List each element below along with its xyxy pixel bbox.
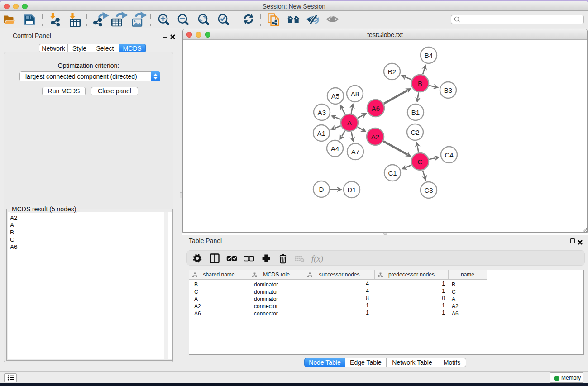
svg-text:C3: C3	[424, 186, 433, 194]
svg-text:A8: A8	[351, 90, 359, 98]
svg-text:B1: B1	[411, 109, 420, 116]
svg-text:D: D	[319, 186, 324, 193]
svg-text:B3: B3	[444, 86, 452, 94]
svg-text:B2: B2	[388, 68, 396, 76]
svg-text:A4: A4	[331, 145, 339, 152]
svg-text:A6: A6	[372, 105, 380, 112]
svg-text:C1: C1	[388, 169, 397, 177]
svg-text:C4: C4	[445, 151, 453, 159]
svg-text:f(x): f(x)	[311, 254, 323, 264]
svg-text:A5: A5	[331, 92, 339, 100]
svg-text:A7: A7	[351, 148, 359, 156]
svg-text:A3: A3	[318, 109, 326, 116]
svg-text:A: A	[347, 119, 352, 127]
svg-text:A1: A1	[317, 129, 325, 137]
svg-text:B: B	[418, 80, 422, 87]
svg-text:A2: A2	[371, 133, 379, 141]
svg-text:D1: D1	[347, 186, 356, 194]
svg-text:B4: B4	[425, 52, 433, 59]
svg-text:C: C	[418, 158, 423, 166]
svg-text:C2: C2	[411, 129, 419, 136]
